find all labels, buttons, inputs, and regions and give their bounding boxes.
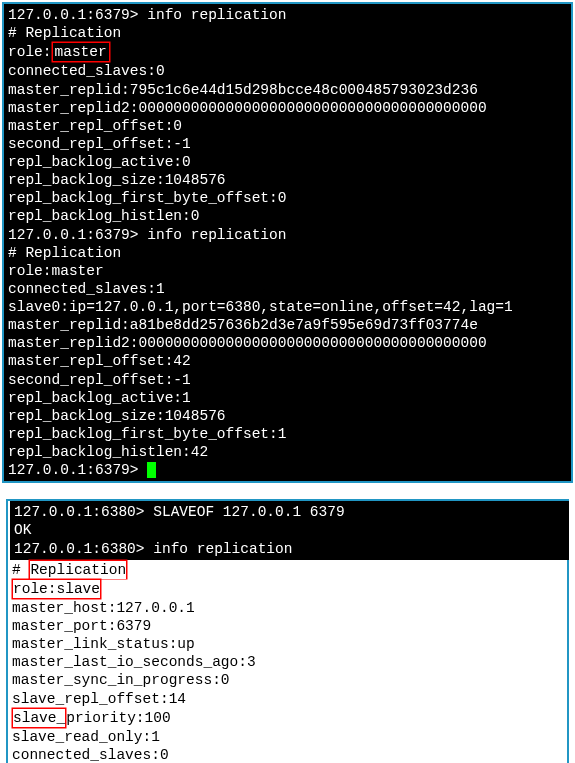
output-line: master_repl_offset:0 <box>8 117 571 135</box>
terminal-slave[interactable]: 127.0.0.1:6380> SLAVEOF 127.0.0.1 6379 O… <box>6 499 569 763</box>
output-line: connected_slaves:1 <box>8 280 571 298</box>
terminal-slave-header: 127.0.0.1:6380> SLAVEOF 127.0.0.1 6379 O… <box>10 501 569 559</box>
output-line: repl_backlog_active:1 <box>8 389 571 407</box>
output-line: master_repl_offset:42 <box>8 352 571 370</box>
output-line: repl_backlog_first_byte_offset:0 <box>8 189 571 207</box>
prompt: 127.0.0.1:6380> <box>14 504 153 520</box>
prompt: 127.0.0.1:6379> <box>8 227 147 243</box>
output-line: master_link_status:up <box>12 635 567 653</box>
output-line: repl_backlog_active:0 <box>8 153 571 171</box>
output-line: OK <box>14 521 565 539</box>
output-line: role:master <box>8 262 571 280</box>
output-line: master_replid:a81be8dd257636b2d3e7a9f595… <box>8 316 571 334</box>
output-line: # Replication <box>8 244 571 262</box>
output-line: # Replication <box>12 560 567 579</box>
terminal-master-wrapper: 127.0.0.1:6379> info replication # Repli… <box>2 2 573 483</box>
replication-highlight: Replication <box>29 560 127 579</box>
prompt-line: 127.0.0.1:6379> <box>8 461 571 479</box>
slave-priority-highlight: slave_ <box>12 708 66 728</box>
prompt: 127.0.0.1:6379> <box>8 7 147 23</box>
output-line: role:slave <box>12 579 567 599</box>
role-value-highlight: master <box>52 42 110 62</box>
output-line: master_replid2:0000000000000000000000000… <box>8 99 571 117</box>
command: info replication <box>147 227 286 243</box>
output-line: repl_backlog_size:1048576 <box>8 171 571 189</box>
output-line: slave_read_only:1 <box>12 728 567 746</box>
command: info replication <box>147 7 286 23</box>
output-line: connected_slaves:0 <box>8 62 571 80</box>
prompt: 127.0.0.1:6380> <box>14 541 153 557</box>
command: info replication <box>153 541 292 557</box>
output-line: master_last_io_seconds_ago:3 <box>12 653 567 671</box>
output-line: master_replid:795c1c6e44d15d298bcce48c00… <box>8 81 571 99</box>
command: SLAVEOF 127.0.0.1 6379 <box>153 504 344 520</box>
output-line: role:master <box>8 42 571 62</box>
output-line: slave_repl_offset:14 <box>12 690 567 708</box>
role-label: role: <box>8 44 52 60</box>
output-line: repl_backlog_histlen:42 <box>8 443 571 461</box>
output-line: connected_slaves:0 <box>12 746 567 763</box>
prompt-line: 127.0.0.1:6379> info replication <box>8 226 571 244</box>
prompt-line: 127.0.0.1:6380> SLAVEOF 127.0.0.1 6379 <box>14 503 565 521</box>
prompt-line: 127.0.0.1:6380> info replication <box>14 540 565 558</box>
output-line: master_replid2:0000000000000000000000000… <box>8 334 571 352</box>
output-line: second_repl_offset:-1 <box>8 135 571 153</box>
output-line: master_port:6379 <box>12 617 567 635</box>
gap <box>0 485 575 493</box>
role-highlight: role:slave <box>12 579 101 599</box>
output-line: master_host:127.0.0.1 <box>12 599 567 617</box>
output-line: repl_backlog_first_byte_offset:1 <box>8 425 571 443</box>
output-line: repl_backlog_histlen:0 <box>8 207 571 225</box>
output-line: # Replication <box>8 24 571 42</box>
output-line: slave_priority:100 <box>12 708 567 728</box>
prompt-line: 127.0.0.1:6379> info replication <box>8 6 571 24</box>
terminal-master[interactable]: 127.0.0.1:6379> info replication # Repli… <box>4 4 571 481</box>
output-line: master_sync_in_progress:0 <box>12 671 567 689</box>
cursor-icon <box>147 462 156 478</box>
output-line: repl_backlog_size:1048576 <box>8 407 571 425</box>
prompt: 127.0.0.1:6379> <box>8 462 147 478</box>
output-line: slave0:ip=127.0.0.1,port=6380,state=onli… <box>8 298 571 316</box>
output-line: second_repl_offset:-1 <box>8 371 571 389</box>
